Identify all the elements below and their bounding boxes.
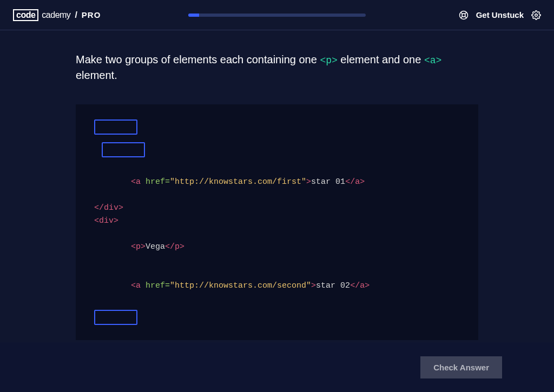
svg-line-2 [460,12,462,14]
code-token: <a [131,177,146,187]
svg-line-5 [460,16,462,18]
svg-line-4 [465,12,466,14]
code-token: <div> [94,216,118,225]
life-ring-icon[interactable] [459,10,469,20]
logo-pro: PRO [82,10,101,19]
question-prompt: Make two groups of elements each contain… [76,52,478,83]
svg-line-3 [465,16,466,18]
prompt-text-pre: Make two groups of elements each contain… [76,54,320,65]
code-token: </a> [350,281,370,290]
gear-icon[interactable] [531,10,541,20]
code-token: </p> [165,242,184,251]
code-token: <p> [131,242,146,251]
footer-bar: Check Answer [0,342,554,392]
logo-rest: cademy [42,10,70,20]
prompt-text-mid: element and one [338,54,424,65]
header-right: Get Unstuck [459,10,541,20]
code-token: "http://knowstars.com/second" [170,281,311,290]
svg-point-1 [462,14,465,17]
blank-slot-2[interactable] [102,142,145,157]
code-token: </div> [94,203,123,212]
code-token: </a> [345,177,365,187]
prompt-code-p: <p> [320,55,337,66]
code-token: > [306,177,311,187]
header-bar: codecademy / PRO Get Unstuck [0,0,554,30]
code-token: star 01 [311,177,345,187]
code-token: href= [146,281,170,290]
logo-slash: / [75,10,77,20]
code-token: <a [131,281,146,290]
code-token: > [311,281,316,290]
code-token: Vega [146,242,165,251]
blank-slot-3[interactable] [94,310,137,325]
progress-fill [188,14,199,17]
progress-bar [188,14,366,17]
prompt-text-post: element. [76,69,117,81]
code-token: href= [146,177,170,187]
code-token: star 02 [316,281,350,290]
svg-point-6 [535,14,538,16]
code-token: "http://knowstars.com/first" [170,177,306,187]
main-content: Make two groups of elements each contain… [0,30,554,392]
check-answer-button[interactable]: Check Answer [420,356,502,378]
logo[interactable]: codecademy / PRO [13,9,101,21]
prompt-code-a: <a> [424,55,441,66]
get-unstuck-button[interactable]: Get Unstuck [476,10,524,19]
blank-slot-1[interactable] [94,119,137,135]
code-editor: <a href="http://knowstars.com/first">sta… [76,104,478,340]
logo-box: code [13,9,38,21]
